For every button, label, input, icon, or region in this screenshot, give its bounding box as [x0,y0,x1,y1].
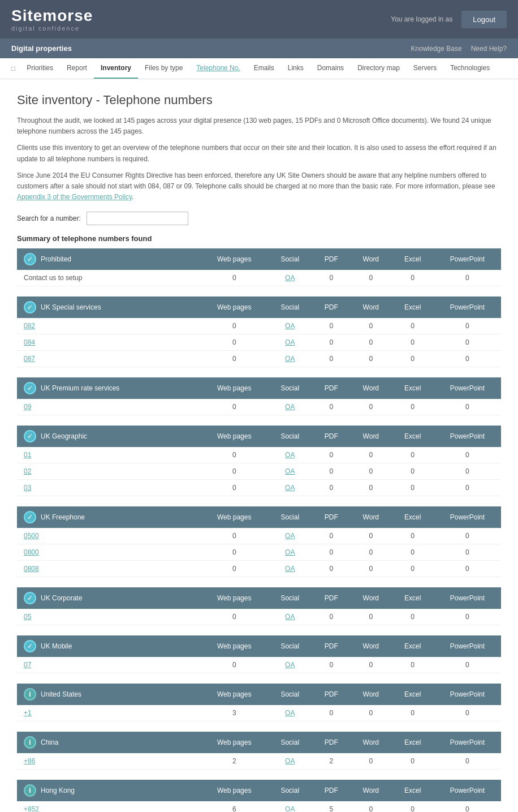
sections-container: ✓ProhibitedWeb pagesSocialPDFWordExcelPo… [17,248,501,812]
cell-4-0-5: 0 [434,528,501,544]
section-table-0: ✓ProhibitedWeb pagesSocialPDFWordExcelPo… [17,248,501,286]
cell-4-2-5: 0 [434,561,501,577]
row-label-link-6-0[interactable]: 07 [24,661,31,669]
row-label-link-3-1[interactable]: 02 [24,467,31,475]
tab-technologies[interactable]: Technologies [443,58,497,79]
logo-area: Sitemorse digital confidence [11,7,93,32]
intro-paragraph-2: Clients use this inventory to get an ove… [17,143,501,164]
row-label-link-4-1[interactable]: 0800 [24,548,39,556]
table-row: Contact us to setup0OA0000 [17,270,501,286]
cell-1-2-1: OA [267,351,312,367]
tab-report[interactable]: Report [60,58,94,79]
search-input[interactable] [87,212,188,225]
cell-2-0-4: 0 [391,399,433,415]
cell-2-0-1: OA [267,399,312,415]
cell-9-0-4: 0 [391,801,433,812]
tab-domains[interactable]: Domains [310,58,351,79]
col-header-0-3: Word [350,248,391,270]
section-header-row-2: ✓UK Premium rate servicesWeb pagesSocial… [17,377,501,399]
cell-9-0-5: 0 [434,801,501,812]
cell-5-0-2: 0 [312,609,350,625]
header-right: You are logged in as Logout [391,11,507,28]
section-block-1: ✓UK Special servicesWeb pagesSocialPDFWo… [17,297,501,367]
row-label-link-4-0[interactable]: 0500 [24,532,39,540]
col-header-8-5: PowerPoint [434,732,501,753]
tab-emails[interactable]: Emails [247,58,281,79]
col-header-2-4: Excel [391,377,433,399]
cell-4-2-2: 0 [312,561,350,577]
knowledge-base-link[interactable]: Knowledge Base [411,45,462,53]
section-title-1: UK Special services [41,303,101,311]
row-label-link-9-0[interactable]: +852 [24,805,39,812]
cell-1-2-0: 0 [201,351,267,367]
logo: Sitemorse [11,7,93,25]
tab-inventory[interactable]: Inventory [94,58,138,79]
col-header-2-3: Word [350,377,391,399]
row-label-link-4-2[interactable]: 0808 [24,565,39,573]
tab-directory-map[interactable]: Directory map [351,58,407,79]
row-label-link-1-1[interactable]: 084 [24,338,35,346]
tab-telephone-no[interactable]: Telephone No. [189,58,247,79]
col-header-2-2: PDF [312,377,350,399]
tab-servers[interactable]: Servers [407,58,443,79]
intro-paragraph-1: Throughout the audit, we looked at 145 p… [17,115,501,137]
cell-3-1-2: 0 [312,463,350,480]
row-label-link-8-0[interactable]: +86 [24,757,35,765]
col-header-3-3: Word [350,426,391,447]
col-header-1-3: Word [350,297,391,318]
col-header-7-5: PowerPoint [434,684,501,705]
cell-6-0-5: 0 [434,657,501,673]
tab-files-by-type[interactable]: Files by type [138,58,189,79]
cell-6-0-4: 0 [391,657,433,673]
top-header: Sitemorse digital confidence You are log… [0,0,518,38]
cell-8-0-1: OA [267,753,312,770]
row-label-link-1-2[interactable]: 087 [24,355,35,363]
cell-0-0-5: 0 [434,270,501,286]
section-block-9: iHong KongWeb pagesSocialPDFWordExcelPow… [17,780,501,812]
cell-0-0-1: OA [267,270,312,286]
col-header-2-0: Web pages [201,377,267,399]
appendix-link[interactable]: Appendix 3 of the Governments Policy [17,193,132,201]
tab-priorities[interactable]: Priorities [20,58,60,79]
table-row: 070OA0000 [17,657,501,673]
row-label-link-2-0[interactable]: 09 [24,403,31,411]
cell-2-0-0: 0 [201,399,267,415]
table-row: 050OA0000 [17,609,501,625]
cell-1-1-5: 0 [434,334,501,351]
logout-button[interactable]: Logout [461,11,507,28]
table-row: 0840OA0000 [17,334,501,351]
cell-3-2-1: OA [267,480,312,496]
row-label-link-5-0[interactable]: 05 [24,613,31,621]
col-header-5-2: PDF [312,587,350,609]
cell-6-0-1: OA [267,657,312,673]
col-header-5-3: Word [350,587,391,609]
cell-1-2-4: 0 [391,351,433,367]
col-header-4-4: Excel [391,506,433,528]
section-block-0: ✓ProhibitedWeb pagesSocialPDFWordExcelPo… [17,248,501,286]
cell-1-2-5: 0 [434,351,501,367]
cell-3-0-4: 0 [391,447,433,463]
table-row: 05000OA0000 [17,528,501,544]
cell-7-0-5: 0 [434,705,501,721]
row-label-link-3-2[interactable]: 03 [24,484,31,492]
row-label-link-1-0[interactable]: 082 [24,322,35,330]
cell-9-0-1: OA [267,801,312,812]
col-header-4-5: PowerPoint [434,506,501,528]
cell-3-2-3: 0 [350,480,391,496]
col-header-9-3: Word [350,780,391,801]
section-title-4: UK Freephone [41,513,85,521]
cell-5-0-0: 0 [201,609,267,625]
cell-4-0-0: 0 [201,528,267,544]
need-help-link[interactable]: Need Help? [471,45,507,53]
section-header-row-0: ✓ProhibitedWeb pagesSocialPDFWordExcelPo… [17,248,501,270]
row-label-link-7-0[interactable]: +1 [24,709,32,717]
tab-links[interactable]: Links [281,58,310,79]
section-title-9: Hong Kong [41,787,75,794]
cell-7-0-0: 3 [201,705,267,721]
page-title: Site inventory - Telephone numbers [17,93,501,108]
col-header-3-4: Excel [391,426,433,447]
col-header-9-0: Web pages [201,780,267,801]
cell-2-0-3: 0 [350,399,391,415]
summary-heading: Summary of telephone numbers found [17,234,501,243]
row-label-link-3-0[interactable]: 01 [24,451,31,459]
